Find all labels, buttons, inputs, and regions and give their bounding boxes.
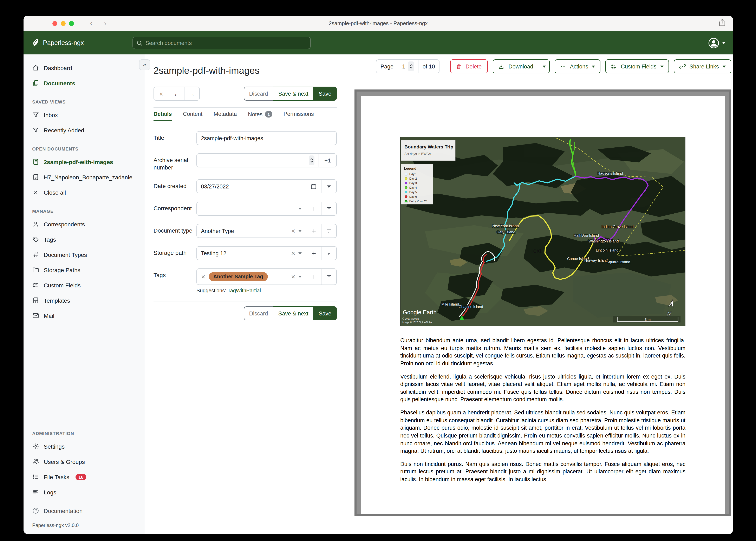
clear-icon[interactable]: ✕ — [291, 228, 295, 234]
custom-fields-button[interactable]: Custom Fields — [606, 59, 669, 73]
sidebar-item-label: Correspondents — [44, 221, 85, 228]
add-doctype-button[interactable] — [306, 224, 321, 238]
tags-filter-icon[interactable] — [321, 269, 337, 285]
discard-button[interactable]: Discard — [244, 306, 273, 320]
save-next-button[interactable]: Save & next — [273, 306, 314, 320]
brand[interactable]: Paperless-ngx — [24, 38, 132, 48]
correspondent-filter-icon[interactable] — [321, 202, 337, 216]
user-menu[interactable] — [708, 37, 725, 48]
sidebar-item-documentation[interactable]: Documentation — [24, 503, 140, 518]
save-next-button[interactable]: Save & next — [273, 87, 314, 101]
sidebar-item-logs[interactable]: Logs — [24, 484, 140, 500]
save-button[interactable]: Save — [313, 87, 337, 101]
share-icon[interactable] — [719, 19, 725, 28]
title-field-label: Title — [154, 131, 196, 145]
zoom-window-button[interactable] — [69, 21, 74, 26]
add-tag-button[interactable] — [306, 269, 321, 285]
doctype-field-label: Document type — [154, 224, 196, 238]
map-title-box: Boundary Waters Trip Six days in BWCA — [401, 140, 455, 161]
share-links-button[interactable]: Share Links — [674, 59, 731, 73]
add-storage-button[interactable] — [306, 246, 321, 260]
correspondent-select[interactable] — [196, 202, 306, 216]
app-window: ‹ › 2sample-pdf-with-images - Paperless-… — [24, 16, 733, 534]
close-window-button[interactable] — [52, 21, 57, 26]
sidebar-item-file-tasks[interactable]: File Tasks 16 — [24, 469, 140, 484]
date-filter-icon[interactable] — [321, 179, 337, 194]
storage-select[interactable]: Testing 12 ✕ — [196, 246, 306, 260]
browser-back-icon[interactable]: ‹ — [86, 19, 96, 28]
sidebar-item-open-doc-1[interactable]: 2sample-pdf-with-images — [24, 154, 140, 170]
next-document-button[interactable]: → — [184, 87, 200, 101]
svg-text:Day 5: Day 5 — [409, 191, 417, 194]
template-file-icon — [32, 297, 39, 304]
title-input[interactable] — [201, 135, 332, 141]
pdf-page: Hausons Island New York Island Gary Isla… — [361, 96, 725, 514]
sidebar-item-users-groups[interactable]: Users & Groups — [24, 454, 140, 469]
date-created-input[interactable] — [201, 183, 302, 190]
sidebar-item-storage-paths[interactable]: Storage Paths — [24, 262, 140, 277]
minimize-window-button[interactable] — [61, 21, 66, 26]
brand-name: Paperless-ngx — [43, 39, 84, 47]
sidebar-item-recently-added[interactable]: Recently Added — [24, 123, 140, 138]
date-field-label: Date created — [154, 179, 196, 194]
suggestion-link[interactable]: TagWithPartial — [228, 288, 261, 293]
sidebar-item-close-all[interactable]: Close all — [24, 185, 140, 200]
page-stepper[interactable] — [408, 61, 414, 71]
sidebar-item-settings[interactable]: Settings — [24, 439, 140, 454]
sidebar-item-document-types[interactable]: Document Types — [24, 247, 140, 262]
search-bar[interactable] — [132, 37, 311, 49]
search-input[interactable] — [145, 40, 307, 46]
tab-metadata[interactable]: Metadata — [214, 111, 237, 120]
tag-chip[interactable]: Another Sample Tag — [209, 272, 268, 281]
storage-field-label: Storage path — [154, 246, 196, 260]
sidebar-item-mail[interactable]: Mail — [24, 308, 140, 323]
sidebar-item-custom-fields[interactable]: Custom Fields — [24, 277, 140, 293]
clear-icon[interactable]: ✕ — [291, 273, 295, 280]
tab-notes[interactable]: Notes1 — [248, 111, 272, 121]
download-menu-button[interactable] — [539, 59, 550, 73]
sidebar-item-label: Tags — [44, 236, 56, 243]
sidebar-item-open-doc-2[interactable]: H7_Napoleon_Bonaparte_zadanie — [24, 170, 140, 185]
map-label: Gary Island — [496, 230, 515, 234]
download-button[interactable]: Download — [493, 59, 539, 73]
tab-details[interactable]: Details — [154, 111, 172, 121]
previous-document-button[interactable]: ← — [169, 87, 184, 101]
tab-permissions[interactable]: Permissions — [283, 111, 314, 120]
documents-icon — [32, 80, 39, 87]
doctype-filter-icon[interactable] — [321, 224, 337, 238]
discard-button[interactable]: Discard — [244, 87, 273, 101]
add-correspondent-button[interactable] — [306, 202, 321, 216]
download-icon — [498, 63, 504, 70]
sidebar-item-templates[interactable]: Templates — [24, 293, 140, 308]
tab-content[interactable]: Content — [183, 111, 203, 120]
sidebar-item-inbox[interactable]: Inbox — [24, 107, 140, 123]
map-label: Indian Grave Island — [602, 225, 634, 229]
asn-plus-one-button[interactable]: +1 — [319, 153, 337, 168]
sidebar-collapse-button[interactable]: « — [139, 59, 150, 70]
sidebar-item-documents[interactable]: Documents — [24, 76, 140, 91]
sidebar-item-correspondents[interactable]: Correspondents — [24, 217, 140, 232]
sidebar-item-label: Documents — [44, 80, 75, 86]
page-input-cell[interactable]: 1 — [398, 60, 418, 73]
sidebar-section-administration: ADMINISTRATION — [32, 431, 140, 436]
sidebar-item-tags[interactable]: Tags — [24, 232, 140, 247]
sidebar-item-label: Inbox — [44, 112, 58, 118]
number-stepper[interactable] — [309, 156, 314, 165]
asn-input[interactable] — [201, 157, 309, 164]
actions-button[interactable]: Actions — [555, 59, 601, 73]
svg-text:3 mi: 3 mi — [645, 318, 651, 321]
close-document-button[interactable]: × — [154, 87, 169, 101]
folder-icon — [32, 267, 39, 273]
storage-filter-icon[interactable] — [321, 246, 337, 260]
doctype-select[interactable]: Another Type ✕ — [196, 224, 306, 238]
sidebar-item-label: Documentation — [44, 507, 83, 514]
pdf-viewer[interactable]: Hausons Island New York Island Gary Isla… — [354, 90, 731, 516]
browser-forward-icon[interactable]: › — [100, 19, 110, 28]
save-button[interactable]: Save — [313, 306, 337, 320]
delete-button[interactable]: Delete — [450, 59, 488, 73]
tags-select[interactable]: ✕ Another Sample Tag ✕ — [196, 269, 306, 285]
remove-tag-icon[interactable]: ✕ — [201, 273, 206, 280]
sidebar-item-dashboard[interactable]: Dashboard — [24, 60, 140, 76]
clear-icon[interactable]: ✕ — [291, 250, 295, 256]
calendar-icon[interactable] — [306, 179, 321, 194]
